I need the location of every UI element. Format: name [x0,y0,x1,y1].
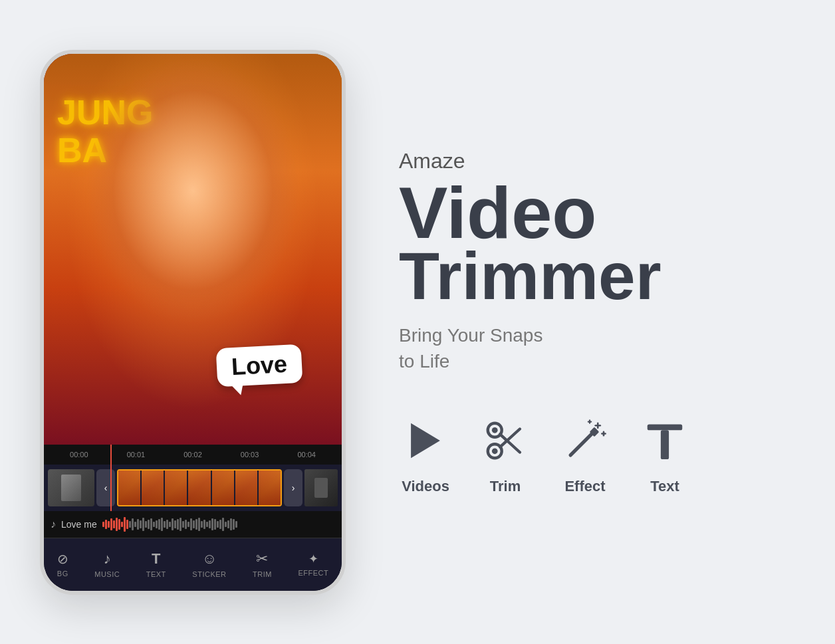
feature-videos: Videos [399,414,452,495]
clip-thumb-6 [235,471,257,505]
svg-rect-15 [648,425,683,431]
scissors-icon [479,414,532,467]
tool-trim-label: TRIM [253,570,272,578]
phone-screen: JUNGBA Love 00:00 00:01 00:02 00:03 [44,54,342,591]
tool-bg[interactable]: ⊘ BG [57,551,68,578]
timeline-clips: ‹ › [44,465,342,511]
svg-line-7 [570,432,594,455]
tool-sticker-label: STICKER [192,570,226,578]
play-icon [399,414,452,467]
feature-effect-label: Effect [564,478,605,495]
tool-trim[interactable]: ✂ TRIM [253,550,272,578]
features-row: Videos Trim [399,414,795,495]
love-sticker[interactable]: Love [216,344,303,387]
feature-trim-label: Trim [490,478,521,495]
feature-text-label: Text [650,478,679,495]
text-icon [638,414,691,467]
person-overlay [44,54,342,445]
bottom-toolbar: ⊘ BG ♪ MUSIC T TEXT ☺ ST [44,538,342,591]
audio-track: ♪ Love me [44,511,342,538]
clip-thumb-3 [165,471,187,505]
timeline-area: 00:00 00:01 00:02 00:03 00:04 [44,445,342,591]
music-tool-icon: ♪ [104,550,111,568]
right-content: Amaze Video Trimmer Bring Your Snapsto L… [399,149,795,495]
feature-effect: Effect [558,414,612,495]
clip-thumb-7 [259,471,281,505]
app-subtitle: Amaze [399,149,795,173]
playhead [110,445,112,511]
svg-point-5 [492,449,498,455]
tool-effect-label: EFFECT [298,569,328,577]
effect-tool-icon: ✦ [308,552,318,566]
tool-sticker[interactable]: ☺ STICKER [192,550,226,578]
feature-videos-label: Videos [402,478,449,495]
clip-right-thumbnail [304,469,338,506]
audio-label: Love me [61,519,97,530]
ruler-mark-4: 00:04 [278,451,335,459]
clip-left-thumbnail [48,469,94,506]
feature-trim: Trim [479,414,532,495]
app-description: Bring Your Snapsto Life [399,322,795,374]
clips-strip [117,469,282,506]
ruler-mark-0: 00:00 [51,451,108,459]
tool-music-label: MUSIC [94,570,120,578]
sticker-tool-icon: ☺ [202,550,217,568]
clip-nav-left[interactable]: ‹ [96,469,115,506]
svg-marker-0 [411,423,440,459]
ruler-mark-1: 00:01 [108,451,165,459]
tool-text-label: TEXT [146,570,166,578]
wand-icon [558,414,612,467]
audio-waveform [102,516,335,532]
bg-icon: ⊘ [57,551,68,567]
video-preview-area: JUNGBA Love [44,54,342,445]
ruler-mark-3: 00:03 [221,451,279,459]
app-title-trimmer: Trimmer [399,243,795,309]
clip-thumb-4 [188,471,210,505]
phone-frame: JUNGBA Love 00:00 00:01 00:02 00:03 [40,50,346,595]
music-icon: ♪ [51,518,56,530]
tool-music[interactable]: ♪ MUSIC [94,550,120,578]
main-container: JUNGBA Love 00:00 00:01 00:02 00:03 [0,0,835,644]
phone-mockup: JUNGBA Love 00:00 00:01 00:02 00:03 [40,50,346,595]
clip-thumb-2 [142,471,164,505]
svg-rect-16 [661,430,669,459]
waveform-bars [102,517,335,532]
video-background: JUNGBA Love [44,54,342,445]
clip-thumb-5 [212,471,234,505]
trim-tool-icon: ✂ [256,550,268,568]
text-tool-icon: T [152,550,160,568]
svg-point-6 [492,427,498,433]
clip-nav-right[interactable]: › [284,469,302,506]
clip-thumb-1 [118,471,140,505]
feature-text: Text [638,414,691,495]
timeline-ruler: 00:00 00:01 00:02 00:03 00:04 [44,445,342,465]
ruler-mark-2: 00:02 [164,451,221,459]
tool-effect[interactable]: ✦ EFFECT [298,552,328,577]
tool-text[interactable]: T TEXT [146,550,166,578]
tool-bg-label: BG [57,570,68,578]
